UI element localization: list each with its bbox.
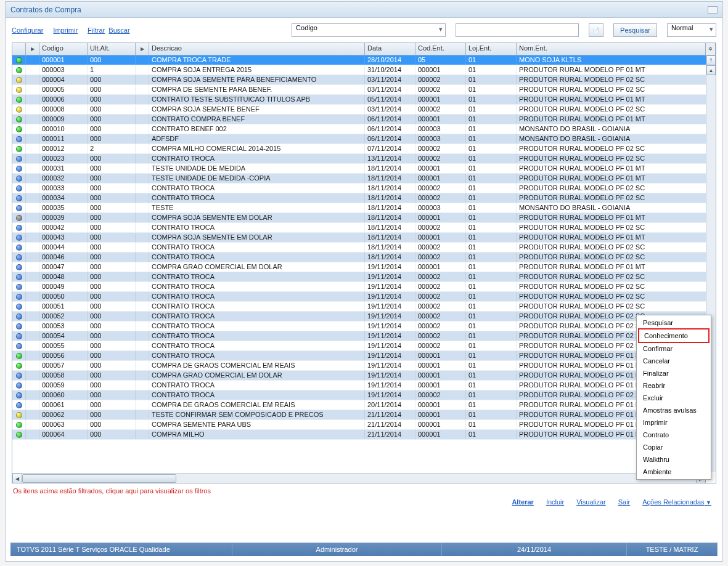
col-marker2[interactable]: ▶ <box>136 43 149 55</box>
table-row[interactable]: 000059000CONTRATO TROCA19/11/20140000010… <box>12 381 716 390</box>
table-row[interactable]: 000032000TESTE UNIDADE DE MEDIDA -COPIA1… <box>12 174 716 184</box>
table-row[interactable]: 000011000ADFSDF06/11/201400000301MONSANT… <box>12 134 716 144</box>
status-dot-icon <box>16 323 22 329</box>
col-codent[interactable]: Cod.Ent. <box>415 43 466 55</box>
menu-item-copiar[interactable]: Copiar <box>637 441 711 453</box>
menu-item-excluir[interactable]: Excluir <box>637 392 711 404</box>
col-marker[interactable]: ▶ <box>26 43 39 55</box>
status-dot-icon <box>16 313 22 320</box>
table-row[interactable]: 000005000COMPRA DE SEMENTE PARA BENEF.03… <box>12 85 716 95</box>
status-user: Administrador <box>232 543 442 556</box>
link-buscar[interactable]: Buscar <box>108 26 129 34</box>
link-incluir[interactable]: Incluir <box>546 498 564 506</box>
table-row[interactable]: 000058000COMPRA GRAO COMERCIAL EM DOLAR1… <box>12 371 716 381</box>
status-dot-icon <box>16 57 22 63</box>
horizontal-scrollbar[interactable]: ◀ ▶ <box>12 473 706 483</box>
minimize-icon[interactable] <box>708 6 718 14</box>
link-configurar[interactable]: Configurar <box>12 26 43 34</box>
col-descricao[interactable]: Descricao <box>149 43 365 55</box>
col-codigo[interactable]: Codigo <box>39 43 88 55</box>
col-status[interactable] <box>12 43 26 55</box>
table-row[interactable]: 000046000CONTRATO TROCA18/11/20140000020… <box>12 253 716 262</box>
col-data[interactable]: Data <box>365 43 415 55</box>
menu-item-contrato[interactable]: Contrato <box>637 429 711 441</box>
status-dot-icon <box>16 126 22 132</box>
col-lojent[interactable]: Loj.Ent. <box>466 43 517 55</box>
statusbar: TOTVS 2011 Série T Serviços ORACLE Quali… <box>10 543 718 556</box>
status-dot-icon <box>16 294 22 300</box>
table-row[interactable]: 000001000COMPRA TROCA TRADE28/10/2014050… <box>12 55 716 65</box>
menu-item-reabrir[interactable]: Reabrir <box>637 379 711 392</box>
table-row[interactable]: 000039000COMPRA SOJA SEMENTE EM DOLAR18/… <box>12 213 716 223</box>
table-row[interactable]: 000064000COMPRA MILHO21/11/201400000101P… <box>12 430 716 440</box>
search-input[interactable] <box>456 23 579 37</box>
table-row[interactable]: 000061000COMPRA DE GRAOS COMERCIAL EM RE… <box>12 400 716 410</box>
link-filtrar[interactable]: Filtrar <box>88 26 105 34</box>
search-field-combo[interactable]: Codigo <box>292 23 446 37</box>
menu-item-pesquisar[interactable]: Pesquisar <box>637 317 711 329</box>
search-button[interactable]: Pesquisar <box>613 23 657 37</box>
link-alterar[interactable]: Alterar <box>512 498 533 506</box>
table-row[interactable]: 000054000CONTRATO TROCA19/11/20140000020… <box>12 331 716 341</box>
filter-message[interactable]: Os itens acima estão filtrados, clique a… <box>13 487 715 495</box>
col-config-icon[interactable]: ✲ <box>706 43 716 55</box>
status-dot-icon <box>16 225 22 231</box>
table-row[interactable]: 000056000CONTRATO TROCA19/11/20140000010… <box>12 351 716 361</box>
table-row[interactable]: 000009000CONTRATO COMPRA BENEF06/11/2014… <box>12 115 716 124</box>
col-ultalt[interactable]: Ult.Alt. <box>88 43 136 55</box>
status-dot-icon <box>16 235 22 241</box>
status-dot-icon <box>16 264 22 270</box>
table-row[interactable]: 000006000CONTRATO TESTE SUBSTITUICAO TIT… <box>12 95 716 105</box>
table-row[interactable]: 000051000CONTRATO TROCA19/11/20140000020… <box>12 302 716 312</box>
table-row[interactable]: 0000031COMPRA SOJA ENTREGA 201531/10/201… <box>12 65 716 75</box>
table-row[interactable]: 000042000CONTRATO TROCA18/11/20140000020… <box>12 223 716 233</box>
table-row[interactable]: 000033000CONTRATO TROCA18/11/20140000020… <box>12 184 716 193</box>
status-dot-icon <box>16 412 22 418</box>
status-dot-icon <box>16 205 22 211</box>
table-row[interactable]: 0000122COMPRA MILHO COMERCIAL 2014-20150… <box>12 144 716 154</box>
link-sair[interactable]: Sair <box>618 498 631 506</box>
table-row[interactable]: 000008000COMPRA SOJA SEMENTE BENEF03/11/… <box>12 105 716 115</box>
mode-combo[interactable]: Normal <box>667 23 716 37</box>
table-row[interactable]: 000050000CONTRATO TROCA19/11/20140000020… <box>12 292 716 302</box>
col-noment[interactable]: Nom.Ent. <box>517 43 706 55</box>
table-row[interactable]: 000010000CONTRATO BENEF 00206/11/2014000… <box>12 124 716 134</box>
table-row[interactable]: 000031000TESTE UNIDADE DE MEDIDA18/11/20… <box>12 164 716 174</box>
status-dot-icon <box>16 304 22 310</box>
link-visualizar[interactable]: Visualizar <box>576 498 606 506</box>
menu-item-conhecimento[interactable]: Conhecimento <box>638 328 710 343</box>
search-lookup-icon[interactable]: 📄 <box>589 23 603 37</box>
table-row[interactable]: 000052000CONTRATO TROCA19/11/20140000020… <box>12 312 716 321</box>
table-row[interactable]: 000055000CONTRATO TROCA19/11/20140000020… <box>12 341 716 351</box>
menu-item-amostras-avulsas[interactable]: Amostras avulsas <box>637 404 711 416</box>
table-row[interactable]: 000063000COMPRA SEMENTE PARA UBS21/11/20… <box>12 420 716 430</box>
table-row[interactable]: 000053000CONTRATO TROCA19/11/20140000020… <box>12 321 716 331</box>
table-row[interactable]: 000062000TESTE CONFIRMAR SEM COMPOSICAOD… <box>12 410 716 420</box>
menu-item-cancelar[interactable]: Cancelar <box>637 355 711 367</box>
scroll-left-icon[interactable]: ◀ <box>12 474 22 483</box>
table-row[interactable]: 000060000CONTRATO TROCA19/11/20140000020… <box>12 390 716 400</box>
status-company: TESTE / MATRIZ <box>627 543 718 556</box>
scroll-top-icon[interactable]: ⤒ <box>706 55 716 65</box>
menu-item-walkthru[interactable]: Walkthru <box>637 453 711 466</box>
table-row[interactable]: 000048000CONTRATO TROCA19/11/20140000020… <box>12 272 716 282</box>
status-dot-icon <box>16 343 22 349</box>
table-row[interactable]: 000004000COMPRA SOJA SEMENTE PARA BENEFI… <box>12 75 716 85</box>
table-row[interactable]: 000034000CONTRATO TROCA18/11/20140000020… <box>12 193 716 203</box>
menu-item-confirmar[interactable]: Confirmar <box>637 342 711 355</box>
scroll-thumb[interactable] <box>22 474 176 483</box>
link-acoes-relacionadas[interactable]: Ações Relacionadas <box>642 498 711 506</box>
table-row[interactable]: 000049000CONTRATO TROCA19/11/20140000020… <box>12 282 716 292</box>
menu-item-ambiente[interactable]: Ambiente <box>637 466 711 478</box>
status-dot-icon <box>16 382 22 389</box>
table-row[interactable]: 000044000CONTRATO TROCA18/11/20140000020… <box>12 243 716 253</box>
link-imprimir[interactable]: Imprimir <box>53 26 78 34</box>
table-row[interactable]: 000057000COMPRA DE GRAOS COMERCIAL EM RE… <box>12 361 716 371</box>
table-row[interactable]: 000035000TESTE18/11/201400000301MONSANTO… <box>12 203 716 213</box>
menu-item-imprimir[interactable]: Imprimir <box>637 416 711 429</box>
scroll-up-icon[interactable]: ▲ <box>706 65 716 75</box>
table-row[interactable]: 000023000CONTRATO TROCA13/11/20140000020… <box>12 154 716 164</box>
menu-item-finalizar[interactable]: Finalizar <box>637 367 711 379</box>
table-row[interactable]: 000043000COMPRA SOJA SEMENTE EM DOLAR18/… <box>12 233 716 243</box>
table-row[interactable]: 000047000COMPRA GRAO COMERCIAL EM DOLAR1… <box>12 262 716 272</box>
